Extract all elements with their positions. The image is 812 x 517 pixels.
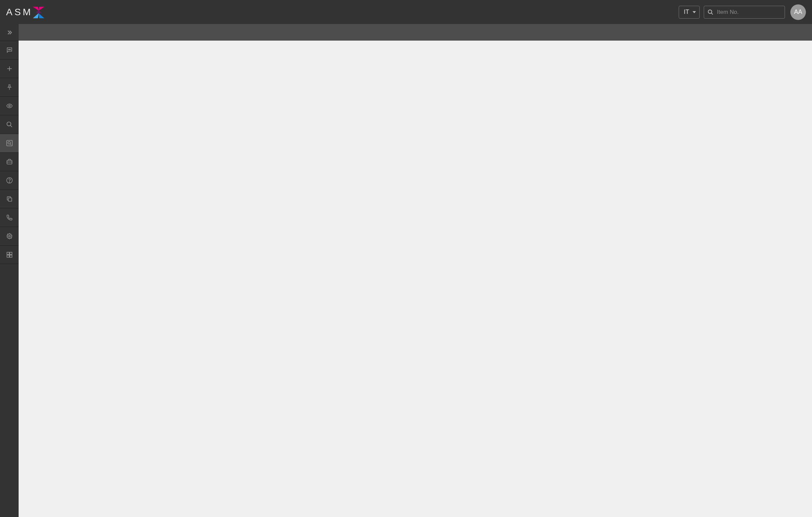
svg-point-22: [9, 182, 9, 182]
chat-icon: [6, 47, 13, 53]
language-selector[interactable]: IT: [679, 6, 700, 19]
chevron-double-right-icon: [6, 29, 13, 36]
sidebar-item-view[interactable]: [0, 96, 19, 115]
avatar-initials: AA: [794, 8, 802, 16]
grid-icon: [6, 251, 13, 258]
sidebar: [0, 24, 19, 517]
svg-line-15: [10, 126, 12, 127]
app-logo[interactable]: ASM: [6, 5, 45, 19]
briefcase-icon: [6, 158, 13, 165]
app-header: ASM IT AA: [0, 0, 812, 24]
svg-point-8: [9, 49, 10, 50]
app-body: [0, 24, 812, 517]
svg-marker-3: [39, 13, 44, 18]
search-doc-icon: [6, 139, 13, 147]
user-avatar[interactable]: AA: [790, 4, 806, 20]
content-area: [19, 24, 812, 517]
sub-header: [19, 24, 812, 41]
sidebar-item-add[interactable]: [0, 59, 19, 78]
item-search-input[interactable]: [717, 9, 781, 16]
svg-point-9: [10, 49, 10, 50]
phone-icon: [6, 214, 13, 221]
svg-rect-16: [6, 140, 12, 146]
search-icon: [6, 121, 13, 128]
item-search-box[interactable]: [704, 6, 785, 19]
gear-icon: [6, 233, 13, 240]
sidebar-item-help[interactable]: [0, 171, 19, 189]
svg-rect-28: [9, 255, 12, 257]
svg-marker-2: [33, 13, 39, 18]
logo-text: ASM: [6, 7, 33, 18]
copy-icon: [6, 196, 13, 202]
search-icon: [707, 9, 714, 15]
svg-rect-25: [7, 252, 9, 254]
svg-marker-1: [39, 6, 44, 10]
main-canvas: [19, 41, 812, 517]
sidebar-item-chat[interactable]: [0, 41, 19, 59]
sidebar-item-pin[interactable]: [0, 78, 19, 96]
svg-point-5: [708, 10, 712, 14]
language-label: IT: [684, 8, 689, 16]
svg-marker-0: [33, 6, 39, 10]
svg-point-13: [8, 105, 10, 107]
sidebar-item-searchdoc[interactable]: [0, 134, 19, 152]
sidebar-item-expand[interactable]: [0, 24, 19, 41]
svg-rect-27: [7, 255, 9, 257]
logo-x-icon: [32, 6, 45, 19]
sidebar-item-apps[interactable]: [0, 245, 19, 264]
svg-point-17: [8, 141, 10, 144]
caret-down-icon: [693, 11, 696, 13]
svg-rect-23: [8, 198, 12, 201]
sidebar-item-copy[interactable]: [0, 189, 19, 208]
plus-icon: [6, 65, 13, 72]
sidebar-item-phone[interactable]: [0, 208, 19, 227]
svg-line-18: [10, 144, 11, 145]
sidebar-item-settings[interactable]: [0, 227, 19, 245]
svg-marker-4: [36, 10, 41, 13]
eye-icon: [6, 103, 13, 109]
svg-rect-26: [9, 252, 12, 254]
help-icon: [6, 177, 13, 184]
svg-point-24: [8, 235, 10, 237]
svg-point-14: [7, 122, 11, 126]
sidebar-item-briefcase[interactable]: [0, 152, 19, 171]
svg-point-7: [8, 49, 9, 50]
svg-line-6: [712, 13, 713, 14]
pin-icon: [6, 84, 13, 90]
sidebar-item-search[interactable]: [0, 115, 19, 134]
